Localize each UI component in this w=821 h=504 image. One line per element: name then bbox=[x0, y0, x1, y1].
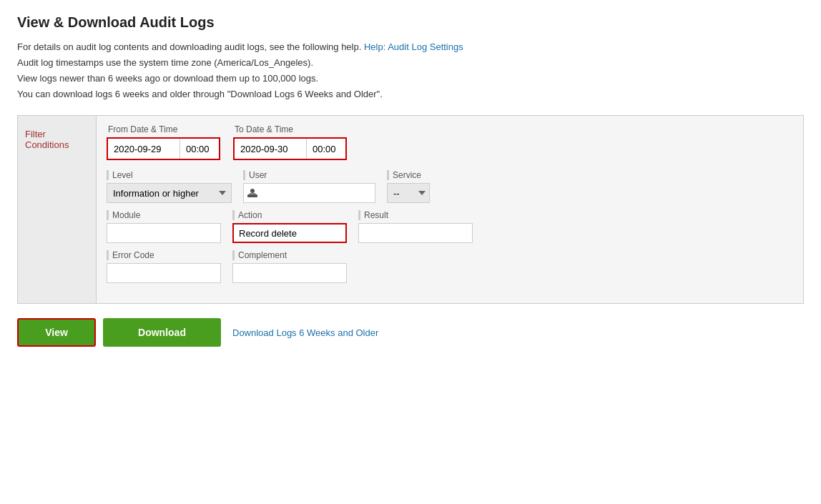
complement-input[interactable] bbox=[232, 263, 347, 283]
svg-rect-1 bbox=[250, 189, 255, 193]
module-action-result-row: Module Action Result bbox=[107, 210, 793, 243]
service-select[interactable]: -- All bbox=[387, 183, 430, 203]
user-group: User bbox=[243, 170, 375, 203]
service-label: Service bbox=[387, 170, 430, 180]
to-date-inputs bbox=[233, 137, 347, 160]
result-input[interactable] bbox=[358, 223, 473, 243]
from-time-input[interactable] bbox=[180, 139, 219, 159]
to-date-input[interactable] bbox=[235, 139, 306, 159]
from-date-label: From Date & Time bbox=[107, 124, 220, 134]
filter-conditions-label: Filter Conditions bbox=[25, 129, 89, 150]
date-row: From Date & Time To Date & Time bbox=[107, 124, 793, 160]
from-date-group: From Date & Time bbox=[107, 124, 220, 160]
download-button[interactable]: Download bbox=[103, 318, 221, 347]
user-input[interactable] bbox=[261, 184, 372, 202]
result-label: Result bbox=[358, 210, 473, 220]
action-group: Action bbox=[232, 210, 347, 243]
error-code-label: Error Code bbox=[107, 250, 221, 260]
module-label: Module bbox=[107, 210, 221, 220]
complement-group: Complement bbox=[232, 250, 347, 283]
service-group: Service -- All bbox=[387, 170, 430, 203]
help-link[interactable]: Help: Audit Log Settings bbox=[364, 41, 463, 52]
error-complement-row: Error Code Complement bbox=[107, 250, 793, 283]
desc-line1: For details on audit log contents and do… bbox=[17, 41, 364, 52]
to-date-group: To Date & Time bbox=[233, 124, 347, 160]
user-input-wrap bbox=[243, 183, 375, 203]
level-label: Level bbox=[107, 170, 232, 180]
from-date-input[interactable] bbox=[108, 139, 180, 159]
user-icon bbox=[247, 187, 258, 199]
action-input[interactable] bbox=[232, 223, 347, 243]
complement-label: Complement bbox=[232, 250, 347, 260]
desc-line4: You can download logs 6 weeks and older … bbox=[17, 89, 383, 99]
action-label: Action bbox=[232, 210, 347, 220]
result-group: Result bbox=[358, 210, 473, 243]
from-date-inputs bbox=[107, 137, 220, 160]
buttons-row: View Download Download Logs 6 Weeks and … bbox=[17, 318, 804, 347]
module-input[interactable] bbox=[107, 223, 221, 243]
filter-content: From Date & Time To Date & Time Level bbox=[97, 116, 803, 303]
download-older-link[interactable]: Download Logs 6 Weeks and Older bbox=[232, 327, 378, 338]
module-group: Module bbox=[107, 210, 221, 243]
page-description: For details on audit log contents and do… bbox=[17, 39, 804, 102]
to-time-input[interactable] bbox=[306, 139, 345, 159]
filter-label-column: Filter Conditions bbox=[18, 116, 97, 303]
view-button[interactable]: View bbox=[17, 318, 96, 347]
desc-line3: View logs newer than 6 weeks ago or down… bbox=[17, 73, 318, 84]
error-code-group: Error Code bbox=[107, 250, 221, 283]
filter-conditions-panel: Filter Conditions From Date & Time To Da… bbox=[17, 115, 804, 304]
error-code-input[interactable] bbox=[107, 263, 221, 283]
level-user-service-row: Level Information or higher Warning or h… bbox=[107, 170, 793, 203]
to-date-label: To Date & Time bbox=[233, 124, 347, 134]
user-label: User bbox=[243, 170, 375, 180]
desc-line2: Audit log timestamps use the system time… bbox=[17, 57, 313, 68]
level-group: Level Information or higher Warning or h… bbox=[107, 170, 232, 203]
level-select[interactable]: Information or higher Warning or higher … bbox=[107, 183, 232, 203]
page-title: View & Download Audit Logs bbox=[17, 14, 804, 31]
